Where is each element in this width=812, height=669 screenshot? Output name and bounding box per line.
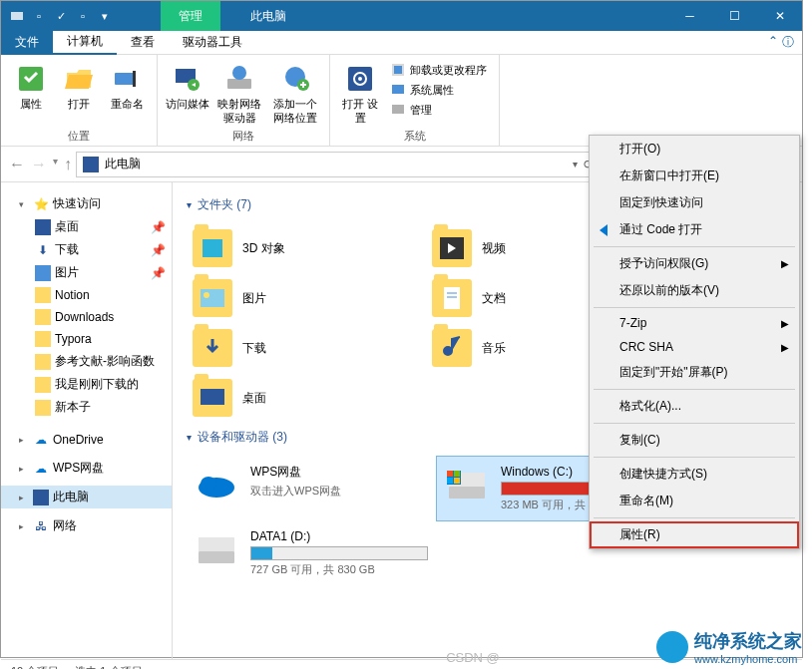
drive-icon: [195, 529, 238, 569]
menu-item[interactable]: CRC SHA▶: [590, 335, 799, 359]
ribbon-rename-button[interactable]: 重命名: [105, 59, 149, 127]
nav-back-button[interactable]: ←: [9, 156, 25, 173]
ribbon-open-button[interactable]: 打开: [57, 59, 101, 127]
folder-item[interactable]: 图片: [187, 273, 426, 323]
sidebar-item-downloads2[interactable]: Downloads: [1, 306, 172, 328]
menu-separator: [594, 517, 795, 518]
svg-rect-16: [392, 105, 404, 114]
menu-item[interactable]: 授予访问权限(G)▶: [590, 250, 799, 277]
nav-recent-dropdown[interactable]: ▾: [53, 156, 58, 173]
sidebar-item-pictures[interactable]: 图片📌: [1, 261, 172, 284]
sidebar-item-newbook[interactable]: 新本子: [1, 396, 172, 419]
context-menu: 打开(O)在新窗口中打开(E)固定到快速访问通过 Code 打开授予访问权限(G…: [589, 135, 800, 549]
tab-file[interactable]: 文件: [1, 31, 53, 55]
svg-point-7: [232, 66, 246, 80]
chevron-down-icon: ▾: [187, 432, 192, 443]
submenu-arrow-icon: ▶: [781, 342, 789, 353]
svg-rect-15: [392, 85, 404, 94]
drive-sublabel: 727 GB 可用，共 830 GB: [250, 562, 428, 577]
sidebar-network[interactable]: ▸🖧网络: [1, 514, 172, 537]
menu-item[interactable]: 在新窗口中打开(E): [590, 163, 799, 189]
folder-label: 视频: [482, 240, 506, 257]
ribbon-collapse-icon[interactable]: ⌃: [768, 34, 778, 51]
sidebar-wps[interactable]: ▸☁WPS网盘: [1, 457, 172, 480]
sidebar-item-justdl[interactable]: 我是刚刚下载的: [1, 373, 172, 396]
ribbon: 属性 打开 重命名 位置 访问媒体 映射网络 驱动器 添加一个 网络位置 网络 …: [1, 55, 802, 147]
menu-item[interactable]: 属性(R): [590, 521, 799, 548]
folder-label: 桌面: [242, 390, 266, 407]
qat-dropdown-icon[interactable]: ▾: [97, 8, 113, 24]
sidebar-item-desktop[interactable]: 桌面📌: [1, 215, 172, 238]
menu-item-label: 7-Zip: [619, 316, 646, 330]
ribbon-manage-button[interactable]: 管理: [386, 101, 491, 119]
contextual-tab-manage[interactable]: 管理: [161, 1, 220, 31]
ribbon-properties-button[interactable]: 属性: [9, 59, 53, 127]
minimize-button[interactable]: ─: [667, 1, 712, 31]
svg-point-12: [358, 77, 362, 81]
drive-item[interactable]: WPS网盘双击进入WPS网盘: [187, 456, 436, 521]
nav-up-button[interactable]: ↑: [64, 156, 72, 173]
svg-rect-22: [444, 287, 460, 309]
menu-separator: [594, 423, 795, 424]
menu-item[interactable]: 通过 Code 打开: [590, 216, 799, 243]
drive-item[interactable]: DATA1 (D:)727 GB 可用，共 830 GB: [187, 521, 436, 585]
drive-icon: [195, 464, 238, 503]
sidebar-item-downloads[interactable]: ⬇下载📌: [1, 238, 172, 261]
sidebar-onedrive[interactable]: ▸☁OneDrive: [1, 429, 172, 451]
tab-view[interactable]: 查看: [117, 31, 169, 55]
menu-item[interactable]: 复制(C): [590, 427, 799, 454]
tab-computer[interactable]: 计算机: [53, 31, 117, 55]
qat-properties-icon[interactable]: ▫: [31, 8, 47, 24]
menu-item[interactable]: 格式化(A)...: [590, 393, 799, 420]
menu-item[interactable]: 创建快捷方式(S): [590, 461, 799, 488]
folder-item[interactable]: 桌面: [187, 373, 426, 423]
tab-drive-tools[interactable]: 驱动器工具: [169, 31, 256, 55]
ribbon-group-location: 位置: [9, 127, 149, 144]
sidebar-item-refs[interactable]: 参考文献-影响函数: [1, 350, 172, 373]
menu-item[interactable]: 7-Zip▶: [590, 311, 799, 335]
folder-icon: [193, 379, 232, 417]
ribbon-sysprops-button[interactable]: 系统属性: [386, 81, 491, 99]
vscode-icon: [596, 222, 611, 238]
menu-item[interactable]: 固定到"开始"屏幕(P): [590, 359, 799, 386]
svg-rect-3: [133, 71, 136, 87]
maximize-button[interactable]: ☐: [712, 1, 757, 31]
menu-item[interactable]: 固定到快速访问: [590, 189, 799, 216]
status-selected-count: 选中 1 个项目: [75, 664, 142, 669]
pc-icon: [83, 157, 99, 172]
menu-item-label: 重命名(M): [619, 493, 673, 509]
svg-rect-20: [201, 289, 224, 307]
menu-separator: [594, 246, 795, 247]
folder-item[interactable]: 3D 对象: [187, 223, 426, 273]
breadcrumb-location[interactable]: 此电脑: [105, 156, 141, 172]
nav-forward-button[interactable]: →: [31, 156, 47, 173]
address-dropdown-icon[interactable]: ▾: [573, 159, 578, 169]
ribbon-add-location-button[interactable]: 添加一个 网络位置: [269, 59, 321, 127]
qat-check-icon[interactable]: ✓: [53, 8, 69, 24]
folder-icon: [193, 279, 232, 317]
ribbon-map-drive-button[interactable]: 映射网络 驱动器: [213, 59, 265, 127]
submenu-arrow-icon: ▶: [781, 318, 789, 329]
ribbon-open-settings-button[interactable]: 打开 设置: [338, 59, 382, 127]
folder-item[interactable]: 下载: [187, 323, 426, 373]
sidebar-item-notion[interactable]: Notion: [1, 284, 172, 306]
help-icon[interactable]: ⓘ: [782, 34, 794, 51]
sidebar-item-typora[interactable]: Typora: [1, 328, 172, 350]
qat-doc-icon[interactable]: ▫: [75, 8, 91, 24]
address-field[interactable]: 此电脑 ▾ ⟳: [76, 152, 601, 177]
menu-item-label: 还原以前的版本(V): [619, 282, 719, 299]
ribbon-access-media-button[interactable]: 访问媒体: [166, 59, 209, 127]
app-icon: [9, 8, 25, 24]
star-icon: ⭐: [33, 196, 49, 212]
navigation-sidebar: ▾⭐快速访问 桌面📌 ⬇下载📌 图片📌 Notion Downloads Typ…: [1, 182, 173, 659]
svg-rect-2: [115, 73, 135, 85]
ribbon-uninstall-button[interactable]: 卸载或更改程序: [386, 61, 491, 79]
folder-label: 3D 对象: [242, 240, 285, 257]
menu-item[interactable]: 还原以前的版本(V): [590, 277, 799, 304]
sidebar-this-pc[interactable]: ▸此电脑: [1, 486, 172, 508]
menu-item[interactable]: 重命名(M): [590, 488, 799, 514]
menu-item[interactable]: 打开(O): [590, 136, 799, 163]
svg-rect-0: [11, 12, 23, 20]
sidebar-quick-access[interactable]: ▾⭐快速访问: [1, 192, 172, 215]
close-button[interactable]: ✕: [757, 1, 802, 31]
